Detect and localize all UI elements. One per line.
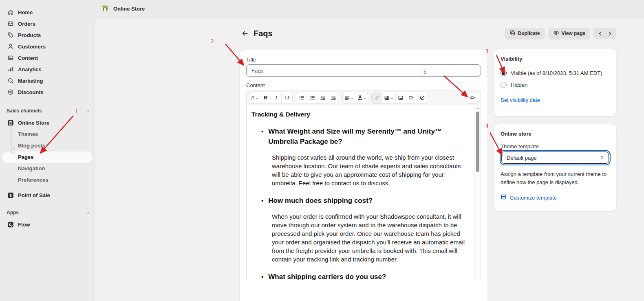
sales-channels-header[interactable]: Sales channels › <box>0 105 95 116</box>
duplicate-button[interactable]: Duplicate <box>505 28 545 39</box>
eye-icon <box>553 30 559 37</box>
customize-template-link[interactable]: Customize template <box>510 195 557 201</box>
template-description: Assign a template from your current them… <box>501 170 610 187</box>
point-of-sale-icon: $ <box>7 192 14 198</box>
chevron-down-icon: ⌄ <box>255 96 259 100</box>
apps-header[interactable]: Apps › <box>0 207 95 218</box>
sidebar-item-orders[interactable]: Orders <box>0 18 95 29</box>
previous-page-button[interactable] <box>596 29 604 38</box>
visibility-card-title: Visibility <box>501 56 610 62</box>
title-input[interactable] <box>246 64 481 77</box>
scrollbar-thumb[interactable] <box>476 112 479 172</box>
header-actions: Duplicate View page <box>505 28 617 39</box>
sidebar-item-label: Content <box>18 55 38 61</box>
annotation-arrow-2: 2 <box>211 38 243 65</box>
rich-text-editor: A⌄ B I U 123 ⌄ A⌄ ⌄ <> <box>246 90 481 280</box>
text-style-button[interactable]: A⌄ <box>249 92 260 103</box>
alignment-button[interactable]: ⌄ <box>343 92 356 103</box>
chevron-down-icon: ⌄ <box>351 96 355 100</box>
svg-text:$: $ <box>9 193 11 197</box>
sidebar-item-customers[interactable]: Customers <box>0 41 95 52</box>
show-html-button[interactable]: <> <box>466 92 478 103</box>
page-editor-card: Title Content A⌄ B I U 123 ⌄ A⌄ ⌄ <box>240 50 487 301</box>
customize-template-row[interactable]: Customize template <box>501 194 610 202</box>
sidebar-item-online-store[interactable]: Online Store <box>0 116 95 129</box>
visible-radio-button[interactable] <box>501 70 507 76</box>
analytics-icon <box>7 66 14 73</box>
content-icon <box>7 55 14 61</box>
products-icon <box>7 32 14 38</box>
sidebar-item-preferences[interactable]: Preferences <box>0 174 95 186</box>
faq-answer: Shipping cost varies all around the worl… <box>272 153 469 187</box>
sidebar-item-label: Home <box>18 9 33 15</box>
sidebar-item-label: Discounts <box>18 89 44 95</box>
sidebar-item-navigation[interactable]: Navigation <box>0 163 95 174</box>
insert-video-button[interactable] <box>406 92 417 103</box>
sidebar-item-themes[interactable]: Themes <box>0 129 95 140</box>
sidebar-item-analytics[interactable]: Analytics <box>0 64 95 75</box>
home-icon <box>7 9 14 15</box>
italic-button[interactable]: I <box>271 92 282 103</box>
insert-link-button[interactable] <box>372 92 382 103</box>
duplicate-label: Duplicate <box>518 31 540 36</box>
rte-content-area[interactable]: Tracking & Delivery •What Weight and Siz… <box>247 105 481 280</box>
sidebar-item-pages[interactable]: Pages <box>2 152 92 163</box>
text-color-button[interactable]: A⌄ <box>356 92 368 103</box>
online-store-card-title: Online store <box>501 131 610 137</box>
view-page-button[interactable]: View page <box>548 28 590 39</box>
topbar-title: Online Store <box>113 6 145 12</box>
faq-question: •What shipping carriers do you use? <box>261 272 469 280</box>
content-heading: Tracking & Delivery <box>251 111 469 118</box>
hidden-radio-row[interactable]: Hidden <box>501 82 610 88</box>
customers-icon <box>7 43 14 50</box>
sidebar-item-products[interactable]: Products <box>0 29 95 41</box>
pagination <box>593 28 616 39</box>
svg-text:3: 3 <box>310 98 311 100</box>
indent-button[interactable] <box>328 92 339 103</box>
duplicate-icon <box>509 30 516 37</box>
faq-question: •How much does shipping cost? <box>261 196 469 206</box>
rte-toolbar: A⌄ B I U 123 ⌄ A⌄ ⌄ <> <box>247 90 481 105</box>
sidebar-item-label: Flow <box>18 222 30 228</box>
scroll-up-arrow-icon[interactable]: ▲ <box>476 107 479 110</box>
bulleted-list-button[interactable] <box>296 92 307 103</box>
bullet-icon: • <box>261 126 263 147</box>
chevron-down-icon: ⌄ <box>363 96 367 100</box>
insert-table-button[interactable]: ⌄ <box>382 92 396 103</box>
online-store-icon <box>7 119 14 126</box>
chevron-right-icon: › <box>87 210 89 215</box>
sidebar-item-content[interactable]: Content <box>0 52 95 64</box>
online-store-logo-icon <box>101 4 109 14</box>
page-header: Faqs Duplicate View page <box>240 26 616 41</box>
numbered-list-button[interactable]: 123 <box>307 92 318 103</box>
insert-image-button[interactable] <box>396 92 406 103</box>
template-icon <box>501 194 507 202</box>
sidebar-item-point-of-sale[interactable]: $ Point of Sale <box>0 189 95 201</box>
bold-button[interactable]: B <box>260 92 271 103</box>
sidebar-item-flow[interactable]: Flow <box>0 218 95 231</box>
sidebar-item-marketing[interactable]: Marketing <box>0 75 95 86</box>
outdent-button[interactable] <box>318 92 328 103</box>
sidebar-item-label: Orders <box>18 21 35 27</box>
clear-formatting-button[interactable] <box>417 92 428 103</box>
editor-scrollbar[interactable]: ▲ <box>474 105 481 280</box>
sidebar-item-home[interactable]: Home <box>0 7 95 18</box>
topbar: Online Store <box>95 0 644 18</box>
set-visibility-date-link[interactable]: Set visibility date <box>501 97 540 103</box>
bullet-icon: • <box>261 272 263 280</box>
visible-radio-row[interactable]: Visible (as of 8/10/2023, 5:31 AM EDT) <box>501 70 610 76</box>
next-page-button[interactable] <box>606 29 614 38</box>
sidebar-item-label: Analytics <box>18 66 42 73</box>
sidebar-item-label: Products <box>18 32 41 38</box>
sidebar-item-blog-posts[interactable]: Blog posts <box>0 140 95 152</box>
sidebar: Home Orders Products Customers Content A… <box>0 0 95 301</box>
theme-template-select[interactable]: Default page <box>501 152 609 164</box>
sales-channels-label: Sales channels <box>7 108 42 114</box>
rte-document: Tracking & Delivery •What Weight and Siz… <box>247 105 481 280</box>
hidden-radio-button[interactable] <box>501 82 507 88</box>
back-button[interactable] <box>240 28 250 39</box>
content-field-label: Content <box>246 82 481 88</box>
underline-button[interactable]: U <box>282 92 292 103</box>
sidebar-item-discounts[interactable]: Discounts <box>0 86 95 98</box>
select-updown-icon <box>600 155 604 161</box>
